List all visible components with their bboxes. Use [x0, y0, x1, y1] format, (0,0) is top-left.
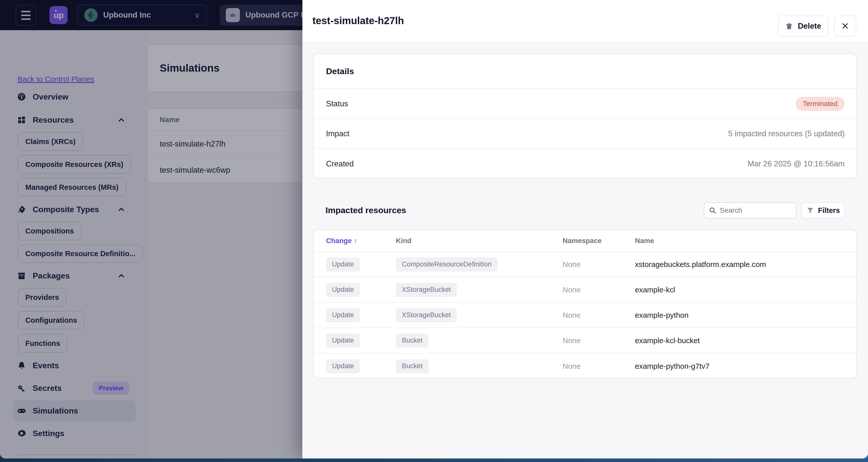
filters-label: Filters — [818, 206, 840, 215]
details-heading: Details — [314, 54, 856, 89]
panel-header: test-simulate-h27lh Delete ✕ — [302, 0, 868, 41]
namespace-value: None — [563, 260, 581, 269]
column-name[interactable]: Name — [635, 237, 654, 245]
name-value: example-python — [635, 311, 688, 319]
name-value: example-python-g7tv7 — [635, 362, 710, 371]
detail-row-status: Status Terminated — [314, 89, 856, 119]
table-row[interactable]: Update Bucket None example-kcl-bucket — [314, 328, 856, 353]
change-badge: Update — [326, 283, 360, 297]
simulation-detail-panel: test-simulate-h27lh Delete ✕ Details Sta… — [302, 0, 868, 459]
filter-icon — [806, 207, 814, 214]
modal-dim-overlay[interactable] — [0, 0, 302, 459]
detail-row-impact: Impact 5 impacted resources (5 updated) — [314, 119, 856, 149]
kind-badge: XStorageBucket — [396, 308, 457, 322]
table-row[interactable]: Update XStorageBucket None example-pytho… — [314, 302, 856, 328]
details-card: Details Status Terminated Impact 5 impac… — [313, 54, 857, 178]
kind-badge: Bucket — [396, 334, 429, 348]
namespace-value: None — [563, 336, 581, 345]
table-row[interactable]: Update Bucket None example-python-g7tv7 — [314, 353, 856, 378]
close-icon: ✕ — [841, 21, 849, 32]
browser-viewport: up Upbound Inc ∨ Upbound GCP U Back to C… — [0, 0, 868, 459]
kind-badge: XStorageBucket — [396, 283, 457, 297]
name-value: example-kcl — [635, 286, 675, 294]
table-row[interactable]: Update XStorageBucket None example-kcl — [314, 277, 856, 302]
trash-icon — [785, 22, 793, 30]
change-badge: Update — [326, 334, 360, 348]
change-badge: Update — [326, 359, 360, 373]
delete-button[interactable]: Delete — [778, 16, 829, 37]
impacted-resources-table: Change↑ Kind Namespace Name Update Compo… — [313, 230, 857, 378]
namespace-value: None — [563, 286, 581, 294]
column-change-sort[interactable]: Change↑ — [326, 237, 358, 245]
table-header-row: Change↑ Kind Namespace Name — [314, 230, 856, 252]
column-namespace[interactable]: Namespace — [563, 237, 602, 245]
name-value: xstoragebuckets.platform.example.com — [635, 260, 766, 269]
search-icon — [709, 207, 716, 214]
kind-badge: Bucket — [396, 359, 429, 373]
namespace-value: None — [563, 311, 581, 319]
change-badge: Update — [326, 257, 360, 271]
panel-title: test-simulate-h27lh — [312, 0, 404, 41]
namespace-value: None — [563, 362, 581, 371]
filters-button[interactable]: Filters — [801, 202, 845, 219]
kind-badge: CompositeResourceDefinition — [396, 257, 498, 271]
change-badge: Update — [326, 308, 360, 322]
column-kind[interactable]: Kind — [396, 237, 411, 245]
created-value: Mar 26 2025 @ 10:16:56am — [748, 160, 845, 168]
impacted-resources-heading: Impacted resources — [326, 205, 406, 215]
search-input[interactable] — [720, 206, 792, 214]
search-box[interactable] — [704, 202, 797, 219]
delete-label: Delete — [798, 22, 821, 31]
created-label: Created — [326, 160, 353, 168]
name-value: example-kcl-bucket — [635, 336, 700, 345]
column-change-label: Change — [326, 237, 352, 244]
status-badge: Terminated — [796, 97, 845, 111]
close-button[interactable]: ✕ — [834, 16, 856, 37]
impact-value: 5 impacted resources (5 updated) — [728, 129, 845, 138]
table-row[interactable]: Update CompositeResourceDefinition None … — [314, 252, 856, 277]
status-label: Status — [326, 99, 348, 108]
impact-label: Impact — [326, 129, 349, 138]
sort-asc-icon: ↑ — [354, 237, 358, 244]
detail-row-created: Created Mar 26 2025 @ 10:16:56am — [314, 149, 856, 178]
